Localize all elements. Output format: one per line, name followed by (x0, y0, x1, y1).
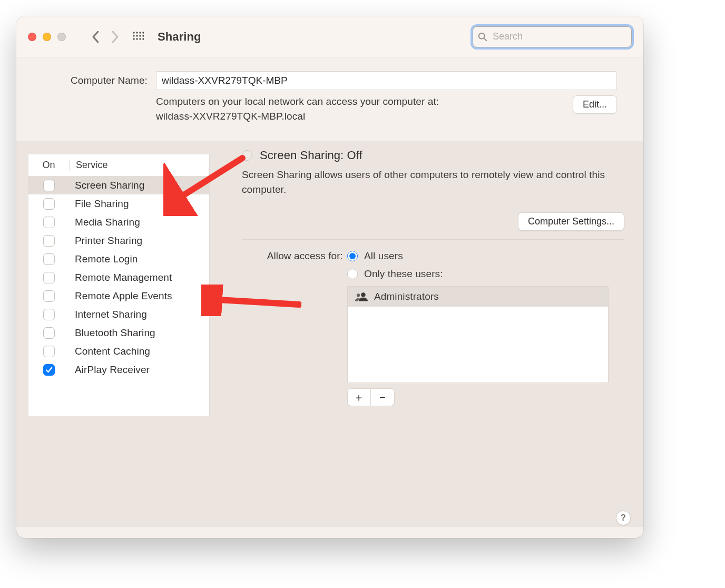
service-toggle[interactable] (43, 198, 55, 210)
service-label: Content Caching (70, 346, 209, 357)
service-toggle[interactable] (43, 180, 55, 191)
svg-point-14 (361, 292, 366, 297)
svg-point-0 (133, 32, 135, 34)
toolbar: Sharing (16, 16, 643, 57)
column-service: Service (70, 160, 209, 171)
svg-point-7 (142, 35, 144, 37)
service-row[interactable]: Remote Login (28, 250, 209, 268)
svg-point-10 (139, 38, 141, 40)
close-window-button[interactable] (28, 33, 36, 41)
preferences-window: Sharing Computer Name: Computers on your… (16, 16, 643, 538)
service-row[interactable]: Remote Management (28, 268, 209, 287)
access-all-users-row[interactable]: All users (347, 250, 624, 262)
computer-name-label: Computer Name: (43, 75, 151, 86)
svg-point-12 (479, 33, 485, 38)
svg-point-9 (136, 38, 138, 40)
computer-name-section: Computer Name: Computers on your local n… (16, 57, 643, 141)
group-icon (355, 291, 368, 302)
search-field-wrap[interactable] (473, 26, 632, 47)
radio-only-these-users-label: Only these users: (364, 268, 443, 280)
service-detail-heading: Screen Sharing: Off (260, 149, 362, 162)
search-icon (478, 32, 487, 42)
edit-hostname-button[interactable]: Edit... (573, 95, 617, 114)
service-detail: Screen Sharing: Off Screen Sharing allow… (237, 141, 624, 511)
service-label: Internet Sharing (70, 309, 209, 320)
service-toggle[interactable] (43, 235, 55, 247)
service-detail-description: Screen Sharing allows users of other com… (242, 168, 624, 197)
svg-point-6 (139, 35, 141, 37)
search-input[interactable] (492, 31, 626, 43)
service-label: Remote Apple Events (70, 290, 209, 302)
column-on: On (28, 160, 70, 171)
service-row[interactable]: AirPlay Receiver (28, 360, 209, 379)
computer-name-input[interactable] (156, 71, 617, 90)
window-controls (28, 33, 66, 41)
service-toggle[interactable] (43, 253, 55, 265)
service-label: Remote Login (70, 253, 209, 265)
service-list: On Service Screen SharingFile SharingMed… (28, 154, 210, 416)
radio-all-users[interactable] (347, 251, 358, 261)
help-button[interactable]: ? (616, 511, 631, 525)
main-area: On Service Screen SharingFile SharingMed… (16, 141, 643, 527)
service-label: Bluetooth Sharing (70, 327, 209, 339)
service-row[interactable]: Printer Sharing (28, 231, 209, 250)
nav-back-button[interactable] (87, 28, 105, 46)
allowed-users-list[interactable]: Administrators (347, 286, 609, 383)
user-list-controls: ＋ − (347, 388, 395, 406)
service-row[interactable]: Screen Sharing (28, 176, 209, 194)
service-label: Media Sharing (70, 217, 209, 228)
radio-all-users-label: All users (364, 250, 403, 262)
service-toggle[interactable] (43, 364, 55, 376)
add-user-button[interactable]: ＋ (348, 389, 371, 406)
service-label: Printer Sharing (70, 235, 209, 247)
service-label: File Sharing (70, 198, 209, 210)
show-all-prefs-button[interactable] (129, 28, 147, 46)
svg-point-11 (142, 38, 144, 40)
zoom-window-button[interactable] (57, 33, 66, 41)
svg-point-15 (357, 294, 360, 297)
pane-title: Sharing (158, 30, 201, 44)
svg-point-2 (139, 32, 141, 34)
service-toggle[interactable] (43, 309, 55, 320)
access-only-users-row[interactable]: Only these users: (347, 268, 624, 280)
svg-line-13 (484, 38, 487, 41)
service-row[interactable]: Bluetooth Sharing (28, 324, 209, 342)
remove-user-button[interactable]: − (371, 389, 394, 406)
computer-hostname-text: Computers on your local network can acce… (156, 94, 560, 123)
service-toggle[interactable] (43, 290, 55, 302)
service-enabled-indicator[interactable] (242, 150, 252, 161)
user-row[interactable]: Administrators (348, 287, 608, 307)
service-label: Remote Management (70, 272, 209, 283)
service-row[interactable]: Remote Apple Events (28, 287, 209, 305)
svg-point-8 (133, 38, 135, 40)
service-list-header: On Service (28, 154, 209, 176)
nav-forward-button[interactable] (106, 28, 124, 46)
service-label: Screen Sharing (70, 180, 209, 191)
service-toggle[interactable] (43, 217, 55, 228)
service-label: AirPlay Receiver (70, 364, 209, 376)
svg-point-1 (136, 32, 138, 34)
service-row[interactable]: Content Caching (28, 342, 209, 360)
computer-settings-button[interactable]: Computer Settings... (518, 212, 624, 231)
service-row[interactable]: Media Sharing (28, 213, 209, 231)
svg-point-5 (136, 35, 138, 37)
svg-point-3 (142, 32, 144, 34)
allow-access-label: Allow access for: (242, 250, 347, 262)
service-toggle[interactable] (43, 327, 55, 339)
radio-only-these-users[interactable] (347, 269, 358, 279)
service-toggle[interactable] (43, 272, 55, 283)
service-row[interactable]: File Sharing (28, 194, 209, 213)
svg-point-4 (133, 35, 135, 37)
user-row-label: Administrators (374, 291, 439, 302)
minimize-window-button[interactable] (43, 33, 51, 41)
service-row[interactable]: Internet Sharing (28, 305, 209, 324)
service-toggle[interactable] (43, 346, 55, 357)
